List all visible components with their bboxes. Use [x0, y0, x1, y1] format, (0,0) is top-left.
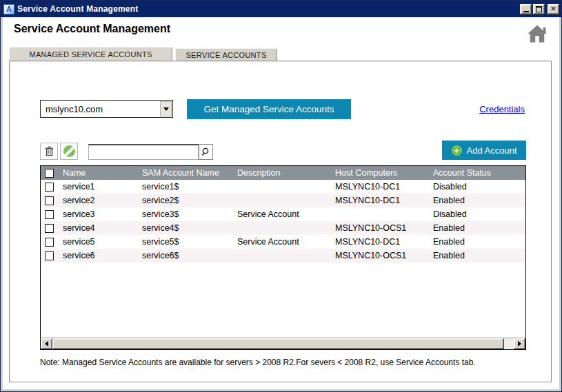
cell-host-computers: MSLYNC10-DC1: [332, 237, 430, 247]
arrow-right-icon: [518, 341, 521, 347]
delete-button[interactable]: [40, 143, 58, 160]
table-header: Name SAM Account Name Description Host C…: [41, 166, 525, 180]
tab-label: MANAGED SERVICE ACCOUNTS: [29, 50, 152, 59]
home-icon: [527, 24, 548, 43]
table-row[interactable]: service1 service1$ MSLYNC10-DC1 Disabled: [41, 180, 525, 194]
cell-sam-account-name: service3$: [139, 209, 234, 219]
cell-host-computers: MSLYNC10-OCS1: [332, 223, 430, 233]
cell-account-status: Enabled: [430, 223, 525, 233]
cell-account-status: Enabled: [430, 237, 525, 247]
minimize-icon: [523, 11, 529, 12]
cell-host-computers: MSLYNC10-DC1: [332, 182, 430, 192]
app-window: A Service Account Management ✕ Service A…: [0, 0, 562, 392]
tab-panel: mslync10.com Get Managed Service Account…: [9, 61, 552, 382]
cell-sam-account-name: service1$: [139, 182, 234, 192]
row-checkbox[interactable]: [45, 224, 54, 233]
scroll-right-button[interactable]: [514, 338, 525, 349]
titlebar: A Service Account Management ✕: [1, 1, 561, 17]
app-icon: A: [3, 4, 14, 14]
client-area: Service Account Management MANAGED SERVI…: [3, 17, 559, 389]
column-header-sam-account-name[interactable]: SAM Account Name: [139, 168, 234, 178]
cell-description: Service Account: [234, 237, 332, 247]
row-checkbox[interactable]: [45, 210, 54, 219]
table-row[interactable]: service4 service4$ MSLYNC10-OCS1 Enabled: [41, 221, 525, 235]
close-icon: ✕: [550, 6, 556, 12]
home-button[interactable]: [526, 23, 548, 44]
disable-account-button[interactable]: [60, 143, 78, 160]
search-input[interactable]: [88, 144, 199, 160]
select-all-checkbox[interactable]: [45, 169, 54, 178]
column-header-description[interactable]: Description: [234, 168, 332, 178]
cell-sam-account-name: service6$: [139, 251, 234, 260]
page-title: Service Account Management: [14, 23, 170, 35]
scrollbar-track[interactable]: [52, 338, 514, 349]
chevron-down-icon: [163, 107, 169, 111]
row-checkbox[interactable]: [45, 251, 54, 260]
cell-name: service6: [60, 251, 139, 260]
minimize-button[interactable]: [520, 4, 532, 14]
column-header-host-computers[interactable]: Host Computers: [332, 168, 430, 178]
get-managed-service-accounts-button[interactable]: Get Managed Service Accounts: [187, 99, 351, 119]
add-icon: +: [452, 145, 462, 156]
cell-sam-account-name: service4$: [139, 223, 234, 233]
table-row[interactable]: service5 service5$ Service Account MSLYN…: [41, 235, 525, 249]
search-button[interactable]: [199, 144, 213, 160]
table-row[interactable]: service2 service2$ MSLYNC10-DC1 Enabled: [41, 194, 525, 207]
horizontal-scrollbar[interactable]: [41, 338, 525, 349]
table-row[interactable]: service6 service6$ MSLYNC10-OCS1 Enabled: [41, 249, 525, 262]
search-icon: [201, 147, 210, 156]
close-button[interactable]: ✕: [548, 4, 559, 14]
column-header-account-status[interactable]: Account Status: [430, 168, 525, 178]
domain-dropdown[interactable]: mslync10.com: [40, 100, 173, 118]
cell-sam-account-name: service5$: [139, 237, 234, 247]
row-checkbox[interactable]: [45, 238, 54, 247]
scroll-left-button[interactable]: [41, 338, 52, 349]
dropdown-arrow-button[interactable]: [160, 101, 172, 116]
cell-account-status: Enabled: [430, 196, 525, 205]
domain-dropdown-value: mslync10.com: [41, 104, 160, 114]
add-account-label: Add Account: [467, 145, 517, 156]
note-text: Note: Managed Service Accounts are avail…: [40, 358, 476, 367]
cell-account-status: Disabled: [430, 182, 525, 192]
table-body: service1 service1$ MSLYNC10-DC1 Disabled…: [41, 180, 525, 262]
scrollbar-thumb[interactable]: [52, 338, 504, 349]
cell-name: service2: [60, 196, 139, 205]
row-checkbox[interactable]: [45, 183, 54, 192]
cell-sam-account-name: service2$: [139, 196, 234, 205]
window-title: Service Account Management: [17, 4, 520, 14]
cell-name: service4: [60, 223, 139, 233]
tab-managed-service-accounts[interactable]: MANAGED SERVICE ACCOUNTS: [9, 47, 172, 61]
add-account-button[interactable]: + Add Account: [442, 141, 526, 160]
cell-name: service1: [60, 182, 139, 192]
tab-label: SERVICE ACCOUNTS: [185, 51, 266, 59]
disable-icon: [63, 145, 75, 157]
cell-name: service3: [60, 209, 139, 219]
accounts-table: Name SAM Account Name Description Host C…: [40, 165, 526, 350]
arrow-left-icon: [45, 341, 48, 347]
cell-account-status: Disabled: [430, 209, 525, 219]
table-row[interactable]: service3 service3$ Service Account Disab…: [41, 207, 525, 221]
maximize-icon: [536, 6, 542, 12]
credentials-link[interactable]: Credentials: [479, 104, 525, 114]
cell-name: service5: [60, 237, 139, 247]
column-header-name[interactable]: Name: [60, 168, 139, 178]
maximize-button[interactable]: [533, 4, 545, 14]
tab-service-accounts[interactable]: SERVICE ACCOUNTS: [175, 48, 277, 61]
cell-description: Service Account: [234, 209, 332, 219]
trash-icon: [45, 146, 54, 156]
cell-account-status: Enabled: [430, 251, 525, 260]
table-empty-space: [41, 262, 525, 338]
row-checkbox[interactable]: [45, 196, 54, 205]
cell-host-computers: MSLYNC10-DC1: [332, 196, 430, 205]
cell-host-computers: MSLYNC10-OCS1: [332, 251, 430, 260]
